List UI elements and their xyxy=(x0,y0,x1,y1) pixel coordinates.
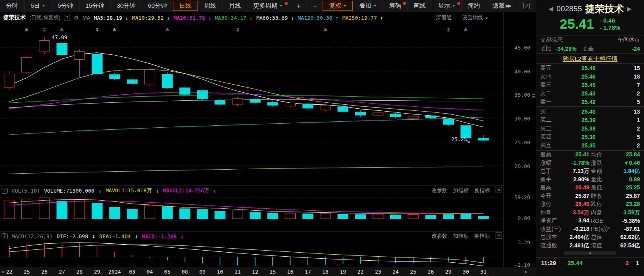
chevron-down-icon: ▼ xyxy=(452,4,455,8)
stat-row-2: 总手7.13万金额1.84亿 xyxy=(536,167,644,176)
macd-tools-button-0[interactable]: 改参数 xyxy=(432,232,447,240)
period-toolbar-button-8[interactable]: 月线 xyxy=(222,0,247,12)
macd-tools-button-2[interactable]: 换指标 xyxy=(474,232,490,240)
stat-label: 最低 xyxy=(591,184,602,191)
period-toolbar-button-2[interactable]: 5分钟 xyxy=(51,0,79,12)
vol-tools-button-0[interactable]: 改参数 xyxy=(432,187,447,194)
stat-value: 2.90% xyxy=(573,176,589,183)
trading-terminal: 分时5日▼5分钟15分钟30分钟60分钟日线周线月线更多周期▼ ＋－复权▼叠加▼… xyxy=(0,0,644,276)
stat-label: PE(动)* xyxy=(591,226,610,233)
vol-tools-button-1[interactable]: 加指标 xyxy=(453,187,469,194)
ask-qty: 7 xyxy=(616,82,640,88)
action-toolbar-button-0[interactable]: ＋ xyxy=(291,0,307,12)
bid-row-2[interactable]: 买三25.382 xyxy=(536,124,644,133)
bid-row-4[interactable]: 买五25.352 xyxy=(536,141,644,149)
chevron-down-icon: ▼ xyxy=(343,4,346,8)
scroll-right-button[interactable]: » xyxy=(525,268,528,275)
action-toolbar-button-5[interactable]: 画线 xyxy=(407,0,432,12)
ask-price: 25.43 xyxy=(561,90,616,97)
ask-row-3[interactable]: 卖二25.432 xyxy=(536,89,644,98)
close-pane-icon[interactable]: ✕ xyxy=(496,232,502,239)
ma-settings-button[interactable]: 设置均线▼ xyxy=(462,14,488,21)
panel-resize-grip[interactable] xyxy=(532,93,535,100)
x-axis-label-5: 29 xyxy=(94,269,100,275)
action-toolbar-button-7[interactable]: 简约 xyxy=(461,0,486,12)
svg-text:❄: ❄ xyxy=(323,27,327,33)
period-toolbar-button-7[interactable]: 周线 xyxy=(198,0,222,12)
stat-value: -1.78% xyxy=(572,160,589,167)
collapse-handle[interactable]: ▲ xyxy=(564,251,616,255)
period-toolbar-button-9[interactable]: 更多周期▼ xyxy=(247,0,289,12)
bid-row-0[interactable]: 买一25.4013 xyxy=(536,107,644,116)
fast-forward-icon: ▶▶ xyxy=(506,3,511,8)
stat-value: 1.84亿 xyxy=(623,168,640,175)
vol-tools-button-2[interactable]: 换指标 xyxy=(474,187,490,194)
ask-row-4[interactable]: 卖一25.425 xyxy=(536,98,644,106)
action-toolbar-button-3[interactable]: 叠加▼ xyxy=(353,0,383,12)
ma-value-6: MA250:19.77 ↑ xyxy=(342,15,383,21)
help-icon[interactable]: ? xyxy=(2,188,8,194)
x-axis-label-11: 09 xyxy=(199,269,206,275)
scroll-left-button[interactable]: « xyxy=(2,268,5,275)
x-axis-label-21: 23 xyxy=(375,269,381,275)
stat-label: 昨收 xyxy=(591,193,602,200)
shengutong-label[interactable]: 深股通 xyxy=(436,14,452,21)
trading-status-value: 午间休市 xyxy=(617,36,640,44)
ask-row-0[interactable]: 卖五25.4815 xyxy=(536,64,644,72)
stat-label: 总值 xyxy=(591,234,602,241)
ask-row-1[interactable]: 卖四25.4618 xyxy=(536,72,644,81)
l2-upgrade-link[interactable]: 购买L2查看十档行情 xyxy=(536,53,644,64)
close-pane-icon[interactable]: ✕ xyxy=(496,187,502,193)
help-icon[interactable]: ? xyxy=(2,233,8,239)
action-toolbar-button-1[interactable]: － xyxy=(307,0,323,12)
bid-row-3[interactable]: 买四25.365 xyxy=(536,133,644,141)
stat-value: -0.218 xyxy=(573,226,589,233)
ma-value-3: MA30:34.17 ↓ xyxy=(215,15,253,21)
action-toolbar-button-8[interactable]: 隐藏▶▶ xyxy=(486,0,517,12)
notification-dot-icon xyxy=(457,2,460,5)
bid-row-1[interactable]: 买二25.391 xyxy=(536,116,644,124)
period-toolbar-button-6[interactable]: 日线 xyxy=(173,1,198,11)
next-stock-button[interactable]: ▶ xyxy=(627,5,632,12)
stat-label: 最高 xyxy=(540,184,551,191)
stat-label: 内盘 xyxy=(591,209,602,216)
stat-label: 涨幅 xyxy=(540,160,551,167)
period-toolbar-button-0[interactable]: 分时 xyxy=(0,0,24,12)
x-axis-label-8: 04 xyxy=(146,269,153,275)
action-toolbar-button-4[interactable]: 筹码 xyxy=(383,0,407,12)
macd-tools-button-1[interactable]: 加指标 xyxy=(453,232,469,240)
x-axis-label-9: 05 xyxy=(164,269,171,275)
stat-label: 净资产 xyxy=(540,217,557,224)
svg-text:20.00: 20.00 xyxy=(514,163,530,169)
action-toolbar-button-9[interactable]: ⤢ xyxy=(517,0,536,12)
x-axis-label-12: 10 xyxy=(217,269,223,275)
candlestick-chart[interactable]: 45.0040.0035.0030.0025.0020.00❄⇕❄⇕❄❄⇕❄⇕❄… xyxy=(0,12,536,267)
last-tick-row[interactable]: 11:29 25.44 2 1 xyxy=(536,257,644,268)
gear-icon[interactable]: ⚙ xyxy=(74,15,79,21)
period-toolbar-button-4[interactable]: 30分钟 xyxy=(110,0,142,12)
action-toolbar-button-2[interactable]: 复权▼ xyxy=(323,1,353,11)
prev-stock-button[interactable]: ◀ xyxy=(549,5,553,12)
ask-price: 25.42 xyxy=(561,99,616,105)
period-toolbar-button-5[interactable]: 60分钟 xyxy=(142,0,173,12)
mavol1-value: MAVOL1:15.018万 xyxy=(106,187,152,194)
stat-value: 25.87 xyxy=(626,193,640,200)
down-arrow-icon: ↓ xyxy=(99,188,102,194)
stat-label: 收益(三) xyxy=(540,226,561,233)
tick-qty: 2 xyxy=(613,259,629,266)
stat-value: 25.41 xyxy=(575,151,589,158)
bid-price: 25.36 xyxy=(561,134,616,140)
stat-label: 流通股 xyxy=(540,242,557,249)
action-toolbar-button-6[interactable]: 显示▼ xyxy=(432,0,461,12)
svg-text:⇕: ⇕ xyxy=(95,27,99,33)
period-toolbar-button-3[interactable]: 15分钟 xyxy=(79,0,111,12)
ask-qty: 2 xyxy=(616,90,640,97)
ma-value-1: MA10:29.52 ↓ xyxy=(132,15,170,21)
stat-label: 跌停 xyxy=(591,201,602,208)
help-icon[interactable]: ? xyxy=(64,15,70,21)
period-toolbar-button-1[interactable]: 5日▼ xyxy=(24,0,51,12)
ask-row-2[interactable]: 卖三25.457 xyxy=(536,81,644,89)
bid-book: 买一25.4013买二25.391买三25.382买四25.365买五25.35… xyxy=(536,107,644,149)
chevron-down-icon: ▼ xyxy=(42,4,45,8)
x-axis-label-3: 27 xyxy=(59,269,65,275)
